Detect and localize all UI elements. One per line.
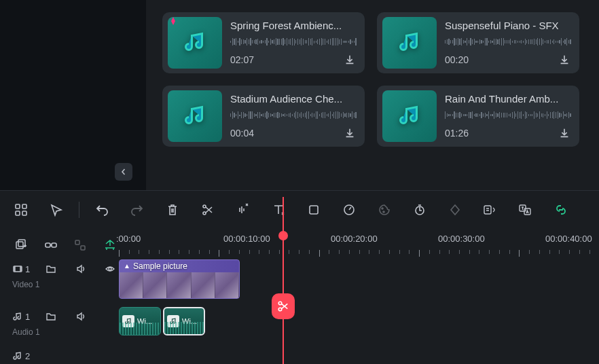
extra-track-number: 2 [25,351,30,361]
video-track-label: Video 1 [0,280,119,289]
folder-icon[interactable] [42,260,60,278]
media-title: Suspenseful Piano - SFX [445,20,560,31]
svg-rect-11 [484,206,491,214]
folder-icon[interactable] [42,308,60,325]
keyframe-button[interactable] [446,201,464,219]
playhead[interactable] [283,197,284,364]
undo-button[interactable] [93,201,111,219]
video-track-icon: 1 [12,263,30,274]
svg-rect-18 [75,240,79,244]
download-button[interactable] [558,126,571,140]
media-grid: 00:0200:04Spring Forest Ambienc...02:07S… [146,0,599,190]
layout-grid-icon[interactable] [12,201,30,219]
text-button[interactable] [270,201,287,219]
ruler-label: 00:00:30:00 [438,234,485,244]
media-thumbnail [382,17,437,69]
ruler[interactable]: :00:0000:00:10:0000:00:20:0000:00:30:000… [119,234,599,257]
download-button[interactable] [343,126,357,140]
ruler-label: 00:00:20:00 [331,234,378,244]
crop-button[interactable] [305,201,323,219]
svg-rect-6 [310,206,318,214]
timer-button[interactable] [411,201,429,219]
toolbar [0,190,599,228]
download-button[interactable] [558,53,571,67]
sidebar [0,0,146,190]
svg-rect-0 [16,204,20,208]
waveform [445,37,571,48]
media-thumbnail [382,90,437,142]
media-card[interactable]: Stadium Audience Che...00:04 [162,86,365,147]
svg-rect-17 [52,243,56,247]
audio-track-label: Audio 1 [0,327,119,337]
svg-rect-19 [81,246,85,250]
media-title: Stadium Audience Che... [230,93,346,105]
media-thumbnail [168,17,222,69]
color-button[interactable] [376,201,393,219]
audio-track-number: 1 [25,312,30,322]
ruler-label: 00:00:10:00 [223,234,270,244]
mute-icon[interactable] [72,308,90,325]
visibility-icon[interactable] [101,260,119,278]
svg-point-9 [383,211,384,213]
audio-clip[interactable]: Wi... [119,307,161,335]
svg-rect-3 [22,211,26,215]
sidebar-collapse-button[interactable] [115,163,132,181]
media-card[interactable]: Suspenseful Piano - SFX00:20 [377,12,579,73]
add-track-button[interactable] [12,236,30,254]
svg-point-4 [203,212,206,215]
scissor-handle[interactable] [272,293,295,319]
waveform [445,110,571,121]
waveform [230,37,357,48]
speed-button[interactable] [340,201,358,219]
audio-detach-button[interactable] [234,201,252,219]
translate-button[interactable] [517,201,534,219]
media-card[interactable]: Rain And Thunder Amb...01:26 [377,86,579,147]
audio-track-icon: 2 [12,350,30,361]
media-duration: 00:04 [230,128,254,139]
svg-rect-2 [16,211,20,215]
group-button[interactable] [72,236,90,254]
svg-rect-16 [46,243,50,247]
download-button[interactable] [343,53,357,67]
media-title: Spring Forest Ambienc... [230,20,346,31]
media-thumbnail [168,90,222,142]
delete-button[interactable] [164,201,181,219]
link-track-button[interactable] [42,236,60,254]
media-duration: 02:07 [230,54,254,65]
media-card[interactable]: Spring Forest Ambienc...02:07 [162,12,365,73]
split-button[interactable] [199,201,217,219]
media-title: Rain And Thunder Amb... [445,93,560,105]
media-duration: 01:26 [445,128,469,139]
cursor-select-icon[interactable] [48,201,65,219]
waveform [230,110,357,121]
svg-rect-1 [22,204,26,208]
audio-clip[interactable]: Wi... [163,307,205,335]
ruler-label: 00:00:40:00 [545,234,592,244]
premium-badge-icon [166,16,180,29]
video-clip[interactable]: ▲ Sample picture [119,259,240,299]
audio-track-icon: 1 [12,311,30,322]
svg-point-8 [382,208,383,209]
svg-rect-14 [16,242,23,249]
clip-arrow-icon: ▲ [124,262,130,270]
video-track-number: 1 [25,264,30,274]
svg-point-5 [203,205,206,208]
video-clip-title: Sample picture [133,261,187,271]
redo-button[interactable] [128,201,146,219]
timeline: :00:0000:00:10:0000:00:20:0000:00:30:000… [0,228,599,364]
media-duration: 00:20 [445,54,469,65]
ruler-label: :00:00 [116,234,141,244]
mute-icon[interactable] [72,260,90,278]
text-to-speech-button[interactable] [482,201,499,219]
svg-point-21 [109,268,111,270]
link-button[interactable] [552,201,570,219]
